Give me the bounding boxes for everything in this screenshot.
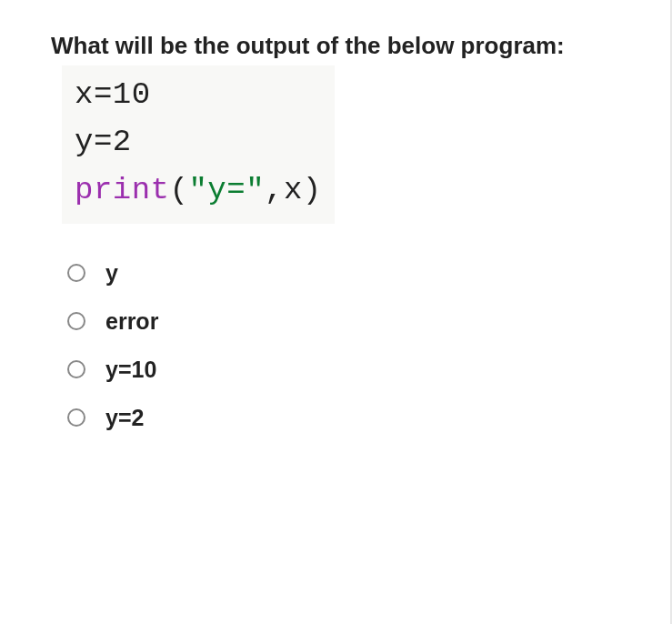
option-row[interactable]: error [67,308,627,335]
code-rest: ,x) [265,173,322,207]
code-fn: print [75,173,170,207]
code-line-2: y=2 [75,118,322,166]
radio-icon[interactable] [67,264,85,282]
code-line-3: print("y=",x) [75,166,322,215]
code-number: 2 [113,125,132,159]
code-number: 10 [113,77,151,112]
code-block: x=10 y=2 print("y=",x) [62,65,335,224]
options-list: y error y=10 y=2 [51,260,627,431]
radio-icon[interactable] [67,408,85,427]
code-string: "y=" [188,173,265,207]
radio-icon[interactable] [67,360,85,378]
question-prompt: What will be the output of the below pro… [51,29,627,64]
option-row[interactable]: y=2 [67,405,627,431]
code-line-1: x=10 [75,71,322,119]
quiz-container: What will be the output of the below pro… [0,0,670,482]
radio-icon[interactable] [67,312,85,330]
option-label: y=10 [105,357,156,383]
option-label: y=2 [105,405,144,431]
code-paren: ( [170,173,189,207]
code-text: x= [75,77,113,112]
option-label: y [105,260,118,287]
option-row[interactable]: y [67,260,627,287]
code-text: y= [75,125,113,159]
option-row[interactable]: y=10 [67,357,627,383]
option-label: error [105,308,158,335]
